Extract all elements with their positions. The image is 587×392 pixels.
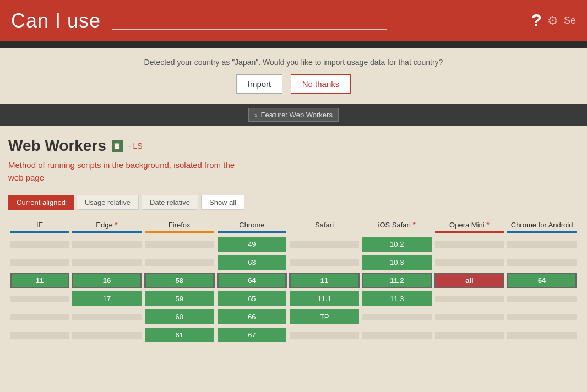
cell-firefox-0 <box>144 235 215 253</box>
country-actions: Import No thanks <box>11 74 576 94</box>
header: Can I use ? ⚙ Se <box>0 0 587 41</box>
cell-ie-2: 11 <box>9 271 70 290</box>
current-aligned-button[interactable]: Current aligned <box>8 195 74 210</box>
safari-name: Safari <box>290 221 359 229</box>
cell-ios-1: 10.3 <box>361 253 433 271</box>
help-icon[interactable]: ? <box>531 10 542 31</box>
cell-firefox-3: 59 <box>144 290 215 308</box>
compatibility-table: IE Edge * Firefox Chrome Safari <box>8 218 579 344</box>
table-body: 49 10.2 63 10.3 111658641111.2all64 1759… <box>9 235 578 344</box>
cell-chrome-3: 65 <box>216 290 288 308</box>
cell-chrome-1: 63 <box>216 253 288 271</box>
edge-header: Edge * <box>71 218 143 235</box>
feature-title-row: Web Workers 📋 - LS <box>8 137 579 155</box>
cell-chrome-0: 49 <box>216 235 288 253</box>
search-input[interactable] <box>112 12 387 30</box>
cell-ie-4 <box>9 308 70 326</box>
feature-desc-text1: Method of running scripts in the backgro… <box>8 160 235 170</box>
chrome-android-name: Chrome for Android <box>507 221 577 229</box>
app-title: Can I use <box>11 9 101 32</box>
feature-desc-text2: web page <box>8 173 44 182</box>
usage-relative-button[interactable]: Usage relative <box>77 195 139 210</box>
cell-ios-0: 10.2 <box>361 235 433 253</box>
cell-opera-3 <box>434 290 506 308</box>
feature-description: Method of running scripts in the backgro… <box>8 159 579 184</box>
chrome-header: Chrome <box>216 218 288 235</box>
cell-edge-2: 16 <box>71 271 143 290</box>
cell-edge-1 <box>71 253 143 271</box>
cell-android-5 <box>506 326 578 344</box>
cell-android-2: 64 <box>506 271 578 290</box>
cell-ie-5 <box>9 326 70 344</box>
cell-chrome-4: 66 <box>216 308 288 326</box>
edge-name: Edge * <box>72 220 142 229</box>
table-row: 49 10.2 <box>9 235 578 253</box>
firefox-header: Firefox <box>144 218 215 235</box>
cell-edge-0 <box>71 235 143 253</box>
cell-opera-2: all <box>434 271 506 290</box>
close-icon[interactable]: x <box>254 112 258 118</box>
cell-ios-5 <box>361 326 433 344</box>
cell-opera-0 <box>434 235 506 253</box>
firefox-name: Firefox <box>145 221 214 229</box>
gear-icon[interactable]: ⚙ <box>547 14 558 28</box>
subheader-bar <box>0 41 587 48</box>
view-controls: Current aligned Usage relative Date rela… <box>8 195 579 210</box>
ls-badge: - LS <box>128 141 143 150</box>
main-content: Web Workers 📋 - LS Method of running scr… <box>0 126 587 350</box>
browser-header-row: IE Edge * Firefox Chrome Safari <box>9 218 578 235</box>
show-all-button[interactable]: Show all <box>201 195 244 210</box>
cell-safari-2: 11 <box>289 271 360 290</box>
table-row: 17596511.111.3 <box>9 290 578 308</box>
feature-title-text: Web Workers <box>8 137 106 155</box>
feature-name: Feature: Web Workers <box>261 111 333 119</box>
cell-safari-4: TP <box>289 308 360 326</box>
cell-safari-1 <box>289 253 360 271</box>
cell-opera-5 <box>434 326 506 344</box>
opera-mini-name: Opera Mini * <box>435 220 504 229</box>
cell-ios-4 <box>361 308 433 326</box>
import-button[interactable]: Import <box>236 74 283 94</box>
cell-firefox-1 <box>144 253 215 271</box>
table-row: 6066TP <box>9 308 578 326</box>
date-relative-button[interactable]: Date relative <box>142 195 198 210</box>
cell-opera-4 <box>434 308 506 326</box>
table-row: 6167 <box>9 326 578 344</box>
cell-ie-1 <box>9 253 70 271</box>
cell-android-4 <box>506 308 578 326</box>
ios-safari-name: iOS Safari * <box>362 220 432 229</box>
feature-tag: x Feature: Web Workers <box>248 108 339 122</box>
cell-android-1 <box>506 253 578 271</box>
cell-edge-5 <box>71 326 143 344</box>
table-row: 63 10.3 <box>9 253 578 271</box>
cell-firefox-5: 61 <box>144 326 215 344</box>
country-message: Detected your country as "Japan". Would … <box>11 58 576 67</box>
safari-header: Safari <box>289 218 360 235</box>
cell-opera-1 <box>434 253 506 271</box>
ios-safari-header: iOS Safari * <box>361 218 433 235</box>
cell-ie-0 <box>9 235 70 253</box>
cell-edge-3: 17 <box>71 290 143 308</box>
settings-label[interactable]: Se <box>564 15 576 26</box>
chrome-name: Chrome <box>218 221 287 229</box>
opera-mini-header: Opera Mini * <box>434 218 506 235</box>
cell-firefox-2: 58 <box>144 271 215 290</box>
feature-search-bar: x Feature: Web Workers <box>0 104 587 126</box>
cell-firefox-4: 60 <box>144 308 215 326</box>
cell-android-0 <box>506 235 578 253</box>
cell-android-3 <box>506 290 578 308</box>
note-icon: 📋 <box>112 140 123 152</box>
ie-header: IE <box>9 218 70 235</box>
ie-name: IE <box>10 221 69 229</box>
cell-ios-3: 11.3 <box>361 290 433 308</box>
table-row: 111658641111.2all64 <box>9 271 578 290</box>
cell-safari-5 <box>289 326 360 344</box>
header-icons: ? ⚙ Se <box>531 10 576 31</box>
cell-ios-2: 11.2 <box>361 271 433 290</box>
cell-chrome-2: 64 <box>216 271 288 290</box>
chrome-android-header: Chrome for Android <box>506 218 578 235</box>
nothanks-button[interactable]: No thanks <box>291 74 351 94</box>
cell-edge-4 <box>71 308 143 326</box>
country-detection-bar: Detected your country as "Japan". Would … <box>0 48 587 104</box>
cell-safari-0 <box>289 235 360 253</box>
